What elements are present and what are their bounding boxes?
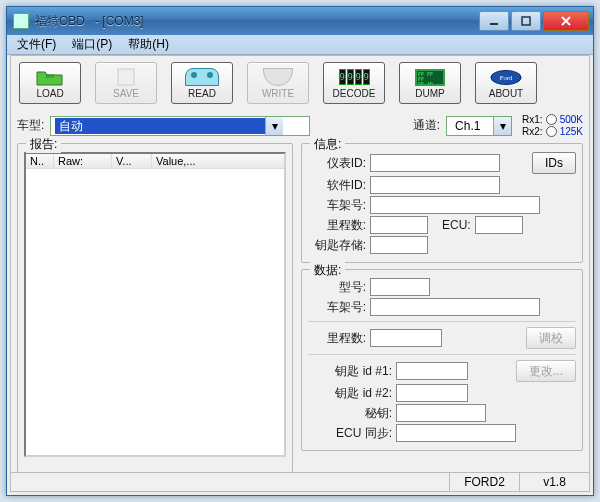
toolbar: BIN LOAD SAVE READ WRITE 9999 DECODE F xyxy=(17,60,583,110)
statusbar: FORD2 v1.8 xyxy=(10,472,590,492)
car-label: 车型: xyxy=(17,117,44,134)
dump-label: DUMP xyxy=(415,88,444,99)
folder-icon: BIN xyxy=(33,67,67,87)
more-button[interactable]: 更改... xyxy=(516,360,576,382)
secret-field[interactable] xyxy=(396,404,486,422)
soft-id-label: 软件ID: xyxy=(308,177,366,194)
menu-help[interactable]: 帮助(H) xyxy=(124,36,173,53)
close-button[interactable] xyxy=(543,11,589,31)
rx1-speed: 500K xyxy=(560,114,583,125)
minimize-button[interactable] xyxy=(479,11,509,31)
rx1-label: Rx1: xyxy=(522,114,543,125)
calibrate-button[interactable]: 调校 xyxy=(526,327,576,349)
write-icon xyxy=(261,67,295,87)
key2-field[interactable] xyxy=(396,384,468,402)
status-model: FORD2 xyxy=(449,473,519,491)
data-vin-label: 车架号: xyxy=(308,299,366,316)
secret-label: 秘钥: xyxy=(308,405,392,422)
chevron-down-icon: ▾ xyxy=(493,117,511,135)
load-label: LOAD xyxy=(36,88,63,99)
col-raw[interactable]: Raw: xyxy=(54,154,112,168)
car-type-select[interactable]: 自动 ▾ xyxy=(50,116,310,136)
status-version: v1.8 xyxy=(519,473,589,491)
ecu-sync-label: ECU 同步: xyxy=(308,425,392,442)
decode-label: DECODE xyxy=(333,88,376,99)
ids-button[interactable]: IDs xyxy=(532,152,576,174)
channel-select[interactable]: Ch.1 ▾ xyxy=(446,116,512,136)
rx2-label: Rx2: xyxy=(522,126,543,137)
svg-rect-1 xyxy=(522,17,530,25)
save-label: SAVE xyxy=(113,88,139,99)
key-store-label: 钥匙存储: xyxy=(308,237,366,254)
model-label: 型号: xyxy=(308,279,366,296)
save-icon xyxy=(109,67,143,87)
ecu-sync-field[interactable] xyxy=(396,424,516,442)
digits-icon: 9999 xyxy=(337,67,371,87)
car-type-value: 自动 xyxy=(55,118,265,134)
info-vin-field[interactable] xyxy=(370,196,540,214)
chevron-down-icon: ▾ xyxy=(265,117,283,135)
report-list[interactable]: N.. Raw: V... Value,... xyxy=(24,152,286,457)
report-header: N.. Raw: V... Value,... xyxy=(26,154,284,169)
about-label: ABOUT xyxy=(489,88,523,99)
svg-text:Ford: Ford xyxy=(500,74,513,81)
col-no[interactable]: N.. xyxy=(26,154,54,168)
meter-id-field[interactable] xyxy=(370,154,500,172)
key1-field[interactable] xyxy=(396,362,468,380)
key-store-field[interactable] xyxy=(370,236,428,254)
channel-value: Ch.1 xyxy=(451,118,493,134)
data-vin-field[interactable] xyxy=(370,298,540,316)
info-ecu-label: ECU: xyxy=(442,218,471,232)
report-group: 报告: N.. Raw: V... Value,... xyxy=(17,143,293,473)
window-title: 福特OBD - [COM3] xyxy=(35,13,477,30)
key2-label: 钥匙 id #2: xyxy=(308,385,392,402)
titlebar[interactable]: 福特OBD - [COM3] xyxy=(7,7,593,35)
write-button[interactable]: WRITE xyxy=(247,62,309,104)
data-odo-field[interactable] xyxy=(370,329,442,347)
rx2-speed: 125K xyxy=(560,126,583,137)
read-label: READ xyxy=(188,88,216,99)
save-button[interactable]: SAVE xyxy=(95,62,157,104)
write-label: WRITE xyxy=(262,88,294,99)
model-field[interactable] xyxy=(370,278,430,296)
load-button[interactable]: BIN LOAD xyxy=(19,62,81,104)
soft-id-field[interactable] xyxy=(370,176,500,194)
info-vin-label: 车架号: xyxy=(308,197,366,214)
meter-id-label: 仪表ID: xyxy=(308,155,366,172)
svg-rect-3 xyxy=(118,69,134,85)
info-legend: 信息: xyxy=(310,136,345,153)
info-odo-label: 里程数: xyxy=(308,217,366,234)
col-var[interactable]: V... xyxy=(112,154,152,168)
ford-logo-icon: Ford xyxy=(489,67,523,87)
read-button[interactable]: READ xyxy=(171,62,233,104)
client-area: BIN LOAD SAVE READ WRITE 9999 DECODE F xyxy=(10,55,590,492)
about-button[interactable]: Ford ABOUT xyxy=(475,62,537,104)
decode-button[interactable]: 9999 DECODE xyxy=(323,62,385,104)
data-odo-label: 里程数: xyxy=(308,330,366,347)
maximize-button[interactable] xyxy=(511,11,541,31)
app-icon xyxy=(13,13,29,29)
menubar: 文件(F) 端口(P) 帮助(H) xyxy=(7,35,593,55)
svg-text:BIN: BIN xyxy=(46,73,55,79)
key1-label: 钥匙 id #1: xyxy=(308,363,392,380)
channel-label: 通道: xyxy=(413,117,440,134)
data-legend: 数据: xyxy=(310,262,345,279)
menu-file[interactable]: 文件(F) xyxy=(13,36,60,53)
data-group: 数据: 型号: 车架号: 里程数: 调校 xyxy=(301,269,583,451)
dump-button[interactable]: FF FF FFDE AD FFFF FF FF DUMP xyxy=(399,62,461,104)
svg-rect-0 xyxy=(490,23,498,25)
rx1-radio[interactable] xyxy=(546,114,557,125)
dashboard-icon xyxy=(185,67,219,87)
info-odo-field[interactable] xyxy=(370,216,428,234)
menu-port[interactable]: 端口(P) xyxy=(68,36,116,53)
info-group: 信息: 仪表ID: IDs 软件ID: 车架号: xyxy=(301,143,583,263)
col-value[interactable]: Value,... xyxy=(152,154,284,168)
app-window: 福特OBD - [COM3] 文件(F) 端口(P) 帮助(H) BIN LOA… xyxy=(6,6,594,496)
rx2-radio[interactable] xyxy=(546,126,557,137)
info-ecu-field[interactable] xyxy=(475,216,523,234)
report-legend: 报告: xyxy=(26,136,61,153)
hex-icon: FF FF FFDE AD FFFF FF FF xyxy=(413,67,447,87)
